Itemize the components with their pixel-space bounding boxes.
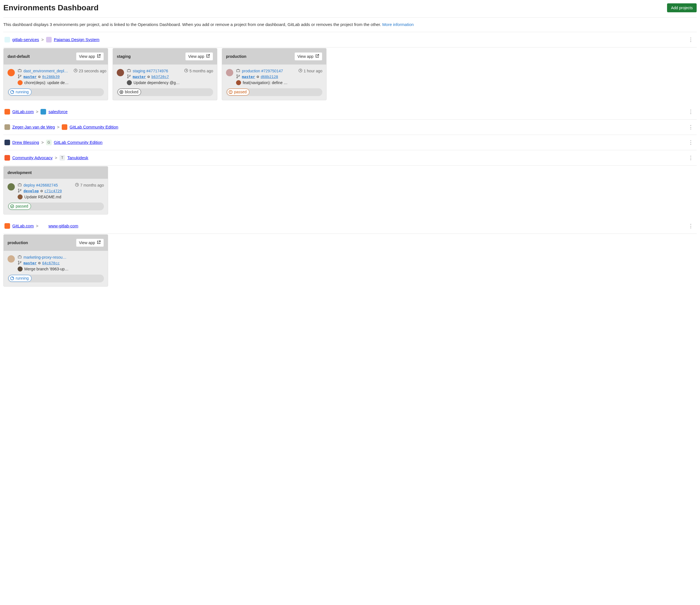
job-link[interactable]: dast_environment_depl… (23, 69, 68, 73)
project-link[interactable]: Pajamas Design System (54, 37, 99, 42)
project-link[interactable]: GitLab Community Edition (70, 125, 118, 129)
view-app-button[interactable]: View app (76, 238, 104, 247)
commit-message[interactable]: feat(navigation): define … (243, 80, 288, 85)
commit-message[interactable]: Merge branch '8963-up… (24, 267, 69, 271)
deployer-avatar[interactable] (7, 183, 15, 191)
project-menu-button[interactable] (686, 154, 696, 161)
job-icon (18, 255, 22, 260)
commit-author-avatar[interactable] (18, 267, 23, 272)
svg-point-9 (120, 91, 123, 94)
branch-link[interactable]: master (23, 261, 36, 265)
commit-sha-link[interactable]: 0c286b39 (42, 75, 60, 79)
status-pill-running[interactable]: running (8, 89, 31, 96)
project-link[interactable]: www-gitlab-com (48, 223, 78, 228)
commit-message[interactable]: Update dependency @g… (133, 80, 180, 85)
deploy-time: 7 months ago (75, 183, 104, 200)
deployer-avatar[interactable] (226, 69, 233, 76)
svg-point-19 (20, 190, 21, 190)
environment-name[interactable]: staging (117, 54, 131, 59)
group-link[interactable]: gitlab-services (12, 37, 39, 42)
group-link[interactable]: Zeger-Jan van de Weg (12, 125, 55, 129)
project-avatar (41, 223, 46, 229)
pipeline-status-bar: blocked (117, 88, 213, 96)
project-row: Zeger-Jan van de Weg > GitLab Community … (3, 120, 697, 135)
environment-name[interactable]: production (7, 241, 28, 245)
svg-point-0 (18, 75, 19, 75)
branch-link[interactable]: master (242, 75, 255, 79)
commit-message[interactable]: chore(deps): update de… (24, 80, 69, 85)
deployer-avatar[interactable] (7, 69, 15, 76)
deployer-avatar[interactable] (117, 69, 124, 76)
svg-point-22 (18, 261, 19, 262)
project-avatar (41, 109, 46, 115)
group-link[interactable]: GitLab.com (12, 223, 34, 228)
job-link[interactable]: deploy #426682745 (23, 183, 58, 187)
job-link[interactable]: staging #477174976 (133, 69, 168, 73)
commit-sha-link[interactable]: d68b2128 (260, 75, 278, 79)
project-menu-button[interactable] (686, 139, 696, 146)
svg-point-6 (127, 77, 128, 78)
view-app-button[interactable]: View app (185, 52, 213, 60)
branch-link[interactable]: master (23, 75, 36, 79)
project-row: Drew Blessing > G GitLab Community Editi… (3, 135, 697, 150)
commit-message[interactable]: Update README.md (24, 195, 61, 199)
project-link[interactable]: salesforce (48, 109, 67, 114)
commit-sha-link[interactable]: c71c4729 (44, 189, 62, 193)
commit-sha-link[interactable]: b63f20c7 (151, 75, 169, 79)
more-info-link[interactable]: More information (382, 22, 414, 27)
svg-point-2 (20, 75, 21, 76)
svg-point-24 (20, 261, 21, 262)
status-pill-blocked[interactable]: blocked (118, 89, 141, 96)
breadcrumb-separator: > (57, 125, 59, 129)
deploy-time: 23 seconds ago (73, 69, 104, 86)
job-icon (18, 183, 22, 188)
clock-icon (184, 69, 188, 73)
job-link[interactable]: marketing-proxy-resou… (23, 255, 67, 259)
group-link[interactable]: Community Advocacy (12, 155, 52, 160)
project-avatar (62, 124, 67, 130)
commit-sha-link[interactable]: 64c670cc (42, 261, 60, 265)
group-link[interactable]: Drew Blessing (12, 140, 39, 145)
environment-name[interactable]: dast-default (7, 54, 30, 59)
breadcrumb-separator: > (36, 223, 39, 228)
commit-author-avatar[interactable] (18, 195, 23, 199)
svg-point-13 (239, 75, 240, 76)
branch-link[interactable]: develop (23, 189, 39, 193)
status-pill-running[interactable]: running (8, 275, 31, 282)
branch-icon (127, 74, 131, 79)
environment-name[interactable]: production (226, 54, 246, 59)
project-menu-button[interactable] (686, 108, 696, 115)
svg-point-17 (18, 189, 19, 190)
branch-icon (236, 74, 240, 79)
job-link[interactable]: production #729750147 (242, 69, 283, 73)
deployer-avatar[interactable] (7, 255, 15, 262)
external-link-icon (206, 54, 210, 59)
pipeline-status-bar: passed (226, 88, 322, 96)
commit-author-avatar[interactable] (18, 80, 23, 85)
svg-point-1 (18, 77, 19, 78)
project-menu-button[interactable] (686, 36, 696, 43)
pipeline-status-bar: passed (7, 202, 104, 210)
status-pill-passed[interactable]: passed (8, 203, 31, 210)
view-app-button[interactable]: View app (76, 52, 104, 60)
add-projects-button[interactable]: Add projects (667, 3, 697, 12)
status-pill-passed-warning[interactable]: passed (227, 89, 249, 96)
project-link[interactable]: Tanukidesk (67, 155, 88, 160)
pipeline-status-bar: running (7, 275, 104, 282)
view-app-button[interactable]: View app (294, 52, 322, 60)
commit-author-avatar[interactable] (236, 80, 241, 85)
svg-point-7 (130, 75, 130, 76)
svg-point-10 (121, 91, 122, 93)
divider (3, 47, 697, 48)
breadcrumb-separator: > (41, 37, 44, 42)
job-icon (127, 69, 131, 73)
project-menu-button[interactable] (686, 222, 696, 230)
clock-icon (73, 69, 78, 73)
environment-name[interactable]: development (7, 170, 31, 175)
project-menu-button[interactable] (686, 123, 696, 131)
group-link[interactable]: GitLab.com (12, 109, 34, 114)
commit-author-avatar[interactable] (127, 80, 132, 85)
group-avatar (4, 37, 10, 43)
branch-link[interactable]: master (133, 75, 146, 79)
project-link[interactable]: GitLab Community Edition (54, 140, 102, 145)
